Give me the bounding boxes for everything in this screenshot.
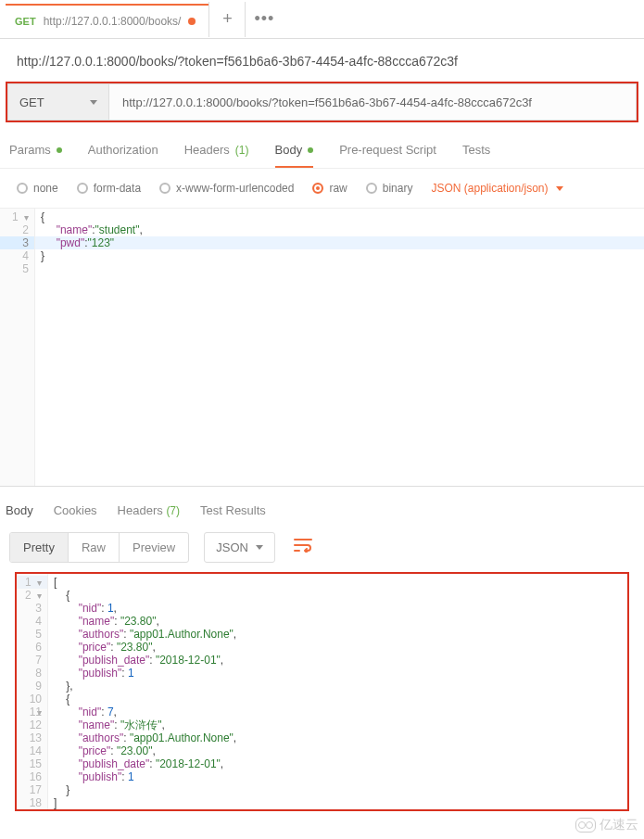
radio-raw[interactable]: raw [312,182,347,195]
watermark: 亿速云 [575,817,638,819]
brace: } [41,249,44,262]
json-string: "123" [88,236,115,249]
response-tabs: Body Cookies Headers (7) Test Results [0,487,644,527]
json-key: "authors" [79,731,124,744]
json-string: "2018-12-01" [156,757,221,770]
tab-authorization[interactable]: Authorization [88,143,158,168]
method-select-label: GET [19,95,44,109]
tab-body-label: Body [275,143,303,157]
resp-tab-headers[interactable]: Headers (7) [118,503,180,517]
radio-form-label: form-data [94,182,141,195]
radio-icon [366,183,377,194]
watermark-icon [575,818,596,819]
resp-headers-count: (7) [166,504,180,517]
radio-xform[interactable]: x-www-form-urlencoded [159,182,294,195]
resp-tab-cookies[interactable]: Cookies [54,503,97,517]
body-editor[interactable]: 1 ▾ 2 3 4 5 { "name":"student", "pwd":"1… [0,209,644,487]
json-key: "publish" [79,770,122,783]
json-key: "publish" [79,667,122,680]
json-key: "authors" [79,628,124,641]
body-indicator-icon [308,147,313,153]
tab-bar: GET http://127.0.0.1:8000/books/ + ••• [0,0,644,39]
watermark-text: 亿速云 [600,817,638,819]
body-type-row: none form-data x-www-form-urlencoded raw… [0,169,644,209]
json-key: "name" [79,718,115,731]
tab-url-label: http://127.0.0.1:8000/books/ [44,15,182,28]
tab-prerequest[interactable]: Pre-request Script [339,143,436,168]
radio-icon [17,183,28,194]
json-key: "nid" [79,602,102,615]
view-mode-group: Pretty Raw Preview [9,532,189,563]
request-address-row: GET [6,82,638,122]
pretty-button[interactable]: Pretty [10,533,69,562]
radio-icon [159,183,170,194]
tab-headers-label: Headers [184,143,230,157]
tab-headers-count: (1) [235,144,249,157]
more-tabs-button[interactable]: ••• [246,2,283,37]
radio-icon [312,183,323,194]
body-gutter: 1 ▾ 2 3 4 5 [0,209,35,486]
json-string: "水浒传" [120,718,162,731]
tab-headers[interactable]: Headers (1) [184,143,249,168]
request-title[interactable]: http://127.0.0.1:8000/books/?token=f561b… [0,39,644,78]
tab-method-label: GET [15,16,36,27]
json-key: "pwd" [57,236,85,249]
response-toolbar: Pretty Raw Preview JSON [0,527,644,572]
chevron-down-icon [556,186,563,191]
resp-tab-tests[interactable]: Test Results [200,503,266,517]
json-key: "publish_date" [79,654,150,667]
json-string: "2018-12-01" [156,654,221,667]
json-string: "student" [95,223,140,236]
resp-tab-headers-label: Headers [118,503,163,517]
bracket: [ [54,576,57,589]
resp-tab-body[interactable]: Body [6,503,33,517]
tab-tests[interactable]: Tests [462,143,490,168]
content-type-select[interactable]: JSON (application/json) [431,182,562,195]
chevron-down-icon [90,100,97,105]
body-code[interactable]: { "name":"student", "pwd":"123" } [35,209,644,486]
request-tab[interactable]: GET http://127.0.0.1:8000/books/ [6,4,208,35]
brace: { [41,210,44,223]
tab-params-label: Params [9,143,51,157]
json-string: "app01.Author.None" [130,731,234,744]
json-number: 1 [128,667,134,680]
params-indicator-icon [57,147,62,153]
request-subtabs: Params Authorization Headers (1) Body Pr… [0,132,644,169]
preview-button[interactable]: Preview [120,533,188,562]
json-key: "price" [79,641,111,654]
tab-prerequest-label: Pre-request Script [339,143,436,157]
tab-authorization-label: Authorization [88,143,158,157]
wrap-lines-button[interactable] [294,538,312,557]
tab-params[interactable]: Params [9,143,62,168]
radio-xform-label: x-www-form-urlencoded [176,182,294,195]
response-editor[interactable]: 1 ▾2 ▾345678910 ▾1112131415161718 [ { "n… [17,574,624,809]
json-key: "price" [79,744,111,757]
json-key: "name" [79,615,115,628]
chevron-down-icon [256,545,263,550]
radio-binary[interactable]: binary [366,182,413,195]
json-string: "23.80" [120,615,157,628]
response-gutter: 1 ▾2 ▾345678910 ▾1112131415161718 [17,574,48,809]
wrap-icon [294,538,312,553]
response-body-box: 1 ▾2 ▾345678910 ▾1112131415161718 [ { "n… [15,572,629,811]
bracket: ] [54,796,57,809]
content-type-label: JSON (application/json) [431,182,548,195]
brace: { [54,693,69,706]
brace: }, [54,680,73,693]
response-code[interactable]: [ { "nid": 1, "name": "23.80", "authors"… [48,574,624,809]
raw-button[interactable]: Raw [69,533,120,562]
url-input[interactable] [109,83,637,121]
brace: } [54,783,69,796]
new-tab-button[interactable]: + [208,2,246,37]
radio-form-data[interactable]: form-data [77,182,141,195]
radio-none[interactable]: none [17,182,58,195]
json-string: "23.80" [117,641,153,654]
radio-none-label: none [33,182,58,195]
json-number: 1 [128,770,134,783]
radio-binary-label: binary [383,182,413,195]
tab-body[interactable]: Body [275,143,314,168]
json-key: "nid" [79,706,102,718]
response-format-select[interactable]: JSON [204,532,275,563]
method-select[interactable]: GET [7,83,109,121]
json-number: 1 [107,602,114,615]
